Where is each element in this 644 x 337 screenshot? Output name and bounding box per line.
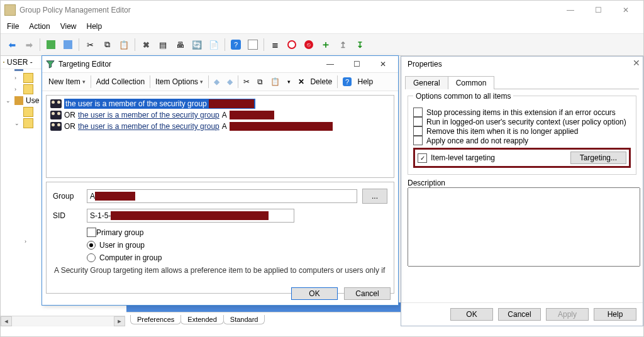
minimize-button[interactable]: — bbox=[557, 1, 584, 19]
chk-stop[interactable] bbox=[413, 108, 423, 117]
options-icon[interactable] bbox=[245, 37, 260, 52]
rule-row[interactable]: OR the user is a member of the security … bbox=[48, 121, 392, 132]
chk-run[interactable] bbox=[413, 117, 423, 126]
copy-icon[interactable]: ⧉ bbox=[99, 37, 114, 52]
te-toolbar: New Item Add Collection Item Options ◆ ◆… bbox=[42, 72, 398, 91]
disable-red-icon[interactable]: ⦸ bbox=[301, 37, 316, 52]
props-ok-button[interactable]: OK bbox=[450, 308, 493, 321]
menu-view[interactable]: View bbox=[60, 22, 77, 31]
caret-icon[interactable]: ⌄ bbox=[6, 97, 12, 104]
folder-up-icon[interactable] bbox=[43, 37, 58, 52]
add-icon[interactable]: ＋ bbox=[318, 37, 333, 52]
caret-icon[interactable]: › bbox=[14, 86, 21, 92]
move-down-icon[interactable]: ↧ bbox=[352, 37, 367, 52]
tab-standard[interactable]: Standard bbox=[223, 315, 265, 324]
refresh-green-icon[interactable]: 🔄 bbox=[189, 37, 204, 52]
scroll-right-icon[interactable]: ► bbox=[114, 316, 125, 326]
stop-red-icon[interactable] bbox=[284, 37, 299, 52]
lbl-primary-group: Primary group bbox=[96, 228, 143, 237]
maximize-button[interactable]: ☐ bbox=[584, 1, 612, 19]
te-paste-icon[interactable]: 📋 bbox=[268, 76, 282, 87]
tab-general[interactable]: General bbox=[405, 76, 448, 89]
properties-title: Properties bbox=[401, 57, 643, 72]
description-input[interactable] bbox=[408, 187, 640, 267]
menu-action[interactable]: Action bbox=[29, 22, 50, 31]
targeting-rules-list[interactable]: the user is a member of the security gro… bbox=[46, 95, 394, 178]
user-config-icon bbox=[14, 96, 23, 105]
funnel-icon bbox=[46, 60, 55, 69]
chk-apply-once[interactable] bbox=[413, 136, 423, 145]
lbl-user-in-group: User in group bbox=[99, 241, 145, 250]
scroll-left-icon[interactable]: ◄ bbox=[1, 316, 12, 326]
te-title-label: Targeting Editor bbox=[58, 60, 111, 69]
security-group-icon bbox=[50, 122, 62, 131]
sid-input[interactable]: S-1-5-__________________________________… bbox=[87, 209, 294, 223]
props-apply-button[interactable]: Apply bbox=[546, 308, 589, 321]
add-collection-button[interactable]: Add Collection bbox=[94, 76, 147, 87]
te-close-button[interactable]: ✕ bbox=[372, 57, 394, 71]
caret-icon[interactable]: ⌄ bbox=[14, 120, 21, 126]
main-toolbar: ⬅ ➡ ✂ ⧉ 📋 ✖ ▤ 🖶 🔄 📄 ? ≣ ⦸ ＋ ↥ ↧ bbox=[1, 34, 643, 56]
help-icon[interactable]: ? bbox=[228, 37, 243, 52]
new-item-menu[interactable]: New Item bbox=[46, 76, 88, 87]
te-delete-button[interactable]: ✕ Delete bbox=[296, 76, 335, 87]
export-icon[interactable]: 📄 bbox=[206, 37, 221, 52]
te-buttons: OK Cancel bbox=[291, 287, 391, 300]
caret-icon[interactable]: › bbox=[25, 238, 31, 245]
paste-icon[interactable]: 📋 bbox=[116, 37, 131, 52]
caret-icon[interactable]: › bbox=[14, 75, 21, 81]
tab-extended[interactable]: Extended bbox=[180, 315, 223, 324]
close-button[interactable]: ✕ bbox=[612, 1, 640, 19]
radio-computer-in-group[interactable] bbox=[87, 253, 96, 262]
lbl-computer-in-group: Computer in group bbox=[99, 253, 162, 262]
move-down-icon[interactable]: ◆ bbox=[225, 76, 235, 87]
te-help-button[interactable]: ? Help bbox=[340, 76, 375, 87]
policy-icon bbox=[3, 62, 4, 63]
lbl-remove: Remove this item when it is no longer ap… bbox=[426, 127, 578, 136]
list-icon[interactable]: ≣ bbox=[267, 37, 282, 52]
lbl-apply-once: Apply once and do not reapply bbox=[426, 136, 528, 145]
browse-group-button[interactable]: ... bbox=[362, 189, 387, 204]
te-minimize-button[interactable]: — bbox=[319, 57, 341, 71]
te-maximize-button[interactable]: ☐ bbox=[345, 57, 368, 71]
folder-icon bbox=[23, 73, 33, 83]
targeting-button[interactable]: Targeting... bbox=[570, 152, 626, 164]
properties-close-icon[interactable]: ✕ bbox=[633, 58, 640, 68]
item-options-menu[interactable]: Item Options bbox=[153, 76, 206, 87]
chk-primary-group[interactable] bbox=[87, 228, 96, 237]
nav-forward-icon[interactable]: ➡ bbox=[21, 37, 36, 52]
tree-hscroll[interactable]: ◄► bbox=[1, 316, 125, 326]
rule-row[interactable]: OR the user is a member of the security … bbox=[48, 109, 392, 121]
print-icon[interactable]: 🖶 bbox=[172, 37, 187, 52]
tree-node[interactable]: Use bbox=[26, 96, 39, 105]
menu-file[interactable]: File bbox=[7, 22, 19, 31]
te-ok-button[interactable]: OK bbox=[291, 287, 338, 300]
properties-icon[interactable]: ▤ bbox=[155, 37, 170, 52]
move-up-icon[interactable]: ◆ bbox=[211, 76, 222, 87]
move-up-icon[interactable]: ↥ bbox=[335, 37, 350, 52]
show-tree-icon[interactable] bbox=[60, 37, 75, 52]
security-group-icon bbox=[50, 111, 62, 119]
menu-help[interactable]: Help bbox=[87, 22, 103, 31]
group-input[interactable]: A_________ bbox=[87, 189, 357, 203]
props-cancel-button[interactable]: Cancel bbox=[498, 308, 541, 321]
chk-remove[interactable] bbox=[413, 126, 423, 136]
props-help-button[interactable]: Help bbox=[594, 308, 636, 321]
tab-preferences[interactable]: Preferences bbox=[130, 315, 181, 324]
paste-dropdown-icon[interactable]: ▾ bbox=[285, 77, 293, 86]
description-label: Description bbox=[408, 179, 636, 187]
nav-back-icon[interactable]: ⬅ bbox=[4, 37, 19, 52]
rule-row[interactable]: the user is a member of the security gro… bbox=[48, 98, 392, 109]
te-cancel-button[interactable]: Cancel bbox=[344, 287, 391, 300]
group-legend: Options common to all items bbox=[413, 92, 513, 101]
te-copy-icon[interactable]: ⧉ bbox=[255, 76, 265, 87]
cut-icon[interactable]: ✂ bbox=[82, 37, 97, 52]
radio-user-in-group[interactable] bbox=[87, 241, 96, 250]
delete-icon[interactable]: ✖ bbox=[138, 37, 153, 52]
tab-common[interactable]: Common bbox=[448, 76, 495, 89]
chk-item-targeting[interactable]: ✓ bbox=[418, 153, 427, 163]
te-cut-icon[interactable]: ✂ bbox=[241, 76, 252, 87]
folder-icon bbox=[23, 107, 33, 117]
folder-icon bbox=[23, 118, 33, 128]
targeting-editor-window: Targeting Editor — ☐ ✕ New Item Add Coll… bbox=[42, 55, 399, 306]
